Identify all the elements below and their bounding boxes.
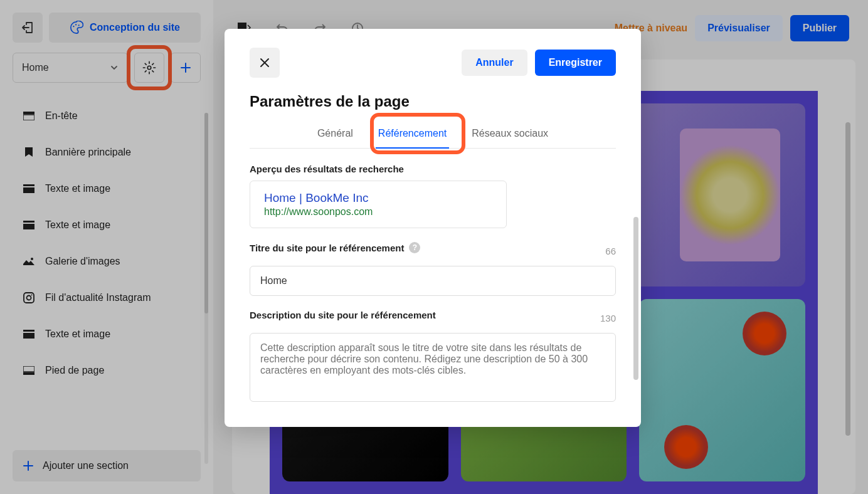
seo-description-label: Description du site pour le référencemen… [250,310,436,320]
seo-title-label: Titre du site pour le référencement ? [250,242,420,253]
page-settings-modal: Annuler Enregistrer Paramètres de la pag… [225,29,641,427]
seo-title-input[interactable] [250,266,616,296]
close-icon [260,58,270,68]
search-preview-url: http://www.soonpos.com [264,206,492,218]
seo-description-counter: 130 [600,313,616,323]
help-icon[interactable]: ? [409,242,420,253]
seo-description-input[interactable] [250,333,616,402]
cancel-button[interactable]: Annuler [462,50,527,76]
search-preview-box: Home | BookMe Inc http://www.soonpos.com [250,181,507,228]
tab-social[interactable]: Réseaux sociaux [469,122,551,148]
save-button[interactable]: Enregistrer [535,50,616,76]
seo-title-counter: 66 [605,246,616,256]
search-preview-label: Aperçu des résultats de recherche [250,164,616,174]
close-button[interactable] [250,48,280,78]
tab-seo[interactable]: Référencement [376,122,449,148]
search-preview-title: Home | BookMe Inc [264,191,492,205]
modal-title: Paramètres de la page [250,93,616,110]
tab-general[interactable]: Général [315,122,356,148]
modal-scrollbar[interactable] [633,217,638,380]
modal-tabs: Général Référencement Réseaux sociaux [250,122,616,149]
